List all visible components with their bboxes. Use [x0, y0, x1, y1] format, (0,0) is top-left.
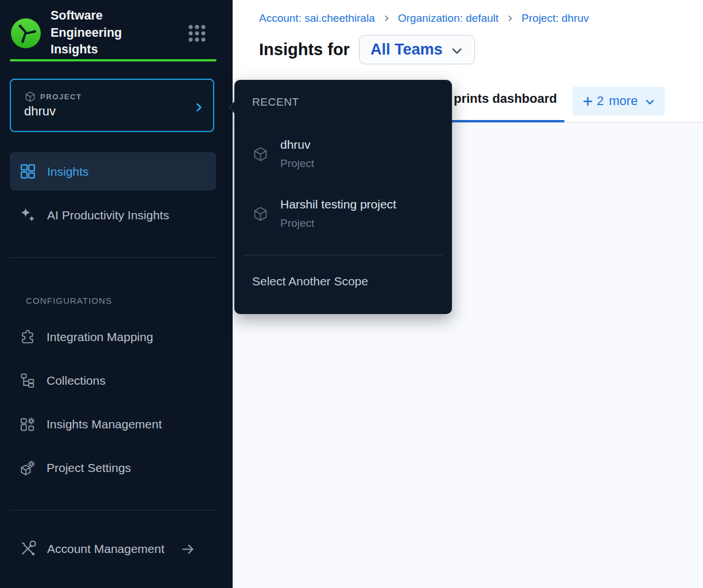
tab-sprints-dashboard[interactable]: prints dashboard	[454, 91, 557, 106]
team-selector-value: All Teams	[370, 41, 443, 59]
plus-icon	[582, 95, 594, 107]
chevron-right-icon	[383, 14, 391, 22]
insights-dashboard-icon	[19, 163, 37, 180]
chevron-right-icon	[506, 14, 514, 22]
puzzle-icon	[19, 328, 36, 346]
sidebar-item-label: Insights Management	[47, 417, 162, 431]
breadcrumb-project[interactable]: Project: dhruv	[522, 12, 589, 25]
sidebar-item-insights-management[interactable]: Insights Management	[10, 405, 216, 443]
scope-item-name: Harshil testing project	[280, 198, 396, 211]
cube-gear-icon	[19, 459, 36, 477]
breadcrumb-organization[interactable]: Organization: default	[398, 12, 499, 25]
recent-section-label: RECENT	[252, 96, 299, 109]
more-tabs-count: 2	[597, 94, 604, 109]
arrow-right-icon	[180, 541, 196, 557]
sidebar: Software Engineering Insights PROJECT dh…	[0, 0, 233, 588]
app-screen: Software Engineering Insights PROJECT dh…	[0, 0, 703, 588]
recent-scope-item-dhruv[interactable]: dhruv Project	[252, 138, 440, 171]
popover-divider	[244, 255, 443, 256]
sidebar-item-collections[interactable]: Collections	[10, 361, 216, 400]
cube-project-icon	[24, 91, 36, 103]
apps-grid-icon[interactable]	[188, 24, 206, 42]
active-tab-underline	[452, 120, 565, 122]
sidebar-item-label: AI Productivity Insights	[47, 208, 169, 222]
more-tabs-dropdown[interactable]: 2 more	[573, 87, 665, 115]
page-title-row: Insights for All Teams	[259, 35, 475, 64]
team-selector-dropdown[interactable]: All Teams	[359, 35, 476, 64]
sidebar-item-label: Collections	[47, 374, 106, 388]
recent-scope-popover: RECENT dhruv Project Harshil t	[234, 80, 452, 314]
scope-item-name: dhruv	[280, 138, 314, 152]
scope-item-type: Project	[280, 216, 396, 230]
breadcrumb-account[interactable]: Account: sai.cheethirala	[259, 12, 375, 25]
brand-accent-rule	[10, 59, 217, 61]
page-title: Insights for	[259, 35, 350, 64]
project-scope-name: dhruv	[24, 104, 56, 119]
configurations-section-label: CONFIGURATIONS	[26, 296, 112, 305]
sidebar-item-label: Account Management	[47, 542, 164, 556]
breadcrumb: Account: sai.cheethirala Organization: d…	[259, 12, 589, 25]
sidebar-divider	[10, 257, 217, 258]
sidebar-item-account-management[interactable]: Account Management	[10, 529, 216, 568]
sidebar-item-label: Project Settings	[47, 461, 131, 475]
sidebar-divider	[10, 510, 217, 510]
sidebar-item-label: Integration Mapping	[47, 330, 153, 344]
recent-scope-item-harshil-testing-project[interactable]: Harshil testing project Project	[252, 198, 440, 230]
more-tabs-label: more	[609, 94, 638, 109]
sidebar-item-insights[interactable]: Insights	[10, 152, 216, 191]
insights-gear-icon	[19, 416, 36, 433]
collections-tree-icon	[19, 372, 36, 389]
crossed-tools-icon	[19, 540, 37, 558]
chevron-down-icon	[450, 44, 463, 57]
sidebar-item-project-settings[interactable]: Project Settings	[10, 448, 216, 487]
project-scope-selector[interactable]: PROJECT dhruv	[10, 79, 214, 132]
sei-logo-icon	[11, 18, 41, 48]
sidebar-item-integration-mapping[interactable]: Integration Mapping	[10, 318, 216, 356]
cube-project-icon	[252, 146, 269, 163]
sidebar-item-label: Insights	[47, 165, 88, 179]
cube-project-icon	[252, 206, 269, 222]
sparkles-icon	[19, 206, 37, 224]
chevron-down-icon	[644, 96, 655, 107]
app-title: Software Engineering Insights	[51, 7, 171, 59]
project-scope-label: PROJECT	[40, 92, 82, 101]
chevron-right-icon	[193, 102, 204, 113]
sidebar-item-ai-productivity[interactable]: AI Productivity Insights	[10, 196, 216, 234]
select-another-scope-button[interactable]: Select Another Scope	[252, 274, 368, 288]
scope-item-type: Project	[280, 157, 314, 171]
